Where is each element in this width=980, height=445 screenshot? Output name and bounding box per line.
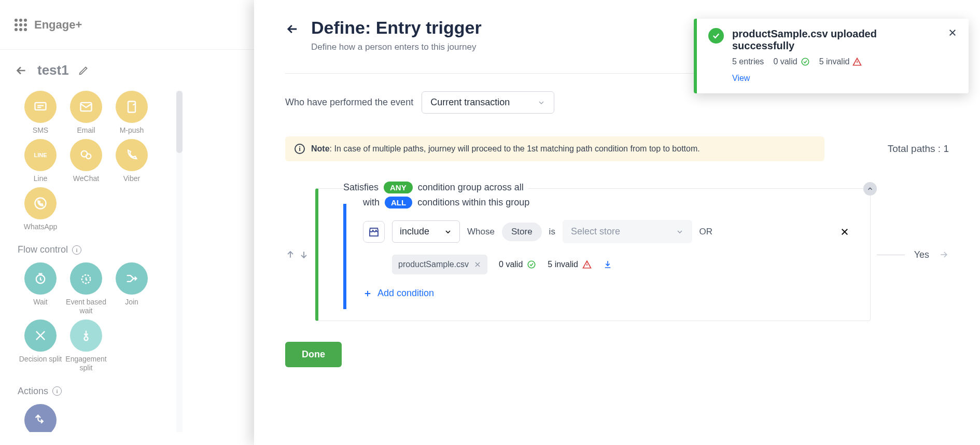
arrow-down-icon bbox=[299, 249, 309, 260]
file-name: productSample.csv bbox=[398, 260, 469, 269]
store-tag[interactable]: Store bbox=[502, 223, 542, 241]
condition-group: Satisfies ANY condition group across all… bbox=[315, 188, 871, 321]
event-selected-value: Current transaction bbox=[430, 97, 510, 108]
journey-header: test1 bbox=[0, 50, 254, 91]
condition-row: include Whose Store is Select store OR bbox=[363, 220, 849, 243]
info-icon: i bbox=[295, 144, 305, 154]
file-chip: productSample.csv bbox=[392, 255, 487, 274]
warning-triangle-icon bbox=[852, 57, 862, 66]
tool-mpush[interactable]: M-push bbox=[109, 91, 155, 135]
action-icon bbox=[24, 404, 57, 432]
tool-action[interactable] bbox=[18, 404, 63, 432]
download-icon[interactable] bbox=[603, 260, 612, 269]
collapse-button[interactable] bbox=[863, 182, 877, 196]
note-body: : In case of multiple paths, journey wil… bbox=[330, 144, 700, 153]
tool-viber[interactable]: Viber bbox=[109, 139, 155, 183]
engagement-icon bbox=[70, 319, 102, 352]
yes-label: Yes bbox=[914, 249, 929, 260]
store-placeholder: Select store bbox=[571, 226, 620, 237]
add-condition-label: Add condition bbox=[377, 288, 434, 299]
include-select[interactable]: include bbox=[392, 220, 460, 243]
panel-back-icon[interactable] bbox=[285, 22, 300, 36]
satisfies-text: Satisfies bbox=[343, 182, 379, 193]
info-icon[interactable]: i bbox=[52, 386, 62, 396]
add-condition-button[interactable]: Add condition bbox=[363, 288, 849, 299]
clock-icon bbox=[24, 262, 57, 295]
panel-subtitle: Define how a person enters to this journ… bbox=[311, 42, 482, 52]
chevron-down-icon bbox=[537, 99, 545, 107]
with-text-b: conditions within this group bbox=[417, 197, 529, 208]
line-icon: LINE bbox=[24, 139, 57, 171]
topbar: Engage+ bbox=[0, 0, 254, 50]
any-pill[interactable]: ANY bbox=[384, 182, 413, 193]
flow-control-section: Flow control i bbox=[18, 244, 165, 255]
done-button[interactable]: Done bbox=[285, 342, 342, 367]
toast-valid: 0 valid bbox=[773, 57, 797, 66]
remove-condition-icon[interactable] bbox=[840, 227, 849, 237]
toast-invalid: 5 invalid bbox=[819, 57, 850, 66]
chevron-up-icon bbox=[866, 185, 874, 192]
brand-name: Engage+ bbox=[34, 18, 82, 32]
toast-view-link[interactable]: View bbox=[732, 74, 750, 83]
viber-icon bbox=[116, 139, 148, 171]
info-icon[interactable]: i bbox=[72, 245, 81, 255]
arrow-up-icon bbox=[285, 249, 296, 260]
tool-wechat[interactable]: WeChat bbox=[63, 139, 109, 183]
inner-condition-group: with ALL conditions within this group in… bbox=[343, 204, 859, 309]
split-icon bbox=[24, 319, 57, 352]
tool-line[interactable]: LINE Line bbox=[18, 139, 63, 183]
store-icon bbox=[363, 221, 385, 243]
tool-decision-split[interactable]: Decision split bbox=[18, 319, 63, 372]
file-row: productSample.csv 0 valid 5 invalid bbox=[392, 255, 849, 274]
yes-branch: Yes bbox=[877, 249, 949, 260]
svg-rect-2 bbox=[128, 102, 135, 113]
or-text: OR bbox=[699, 227, 713, 237]
edit-pencil-icon[interactable] bbox=[78, 65, 89, 76]
invalid-count: 5 invalid bbox=[548, 260, 592, 269]
background-app: Engage+ test1 SMS Email M-push bbox=[0, 0, 254, 445]
is-text: is bbox=[549, 227, 555, 237]
note-prefix: Note bbox=[311, 144, 330, 153]
success-check-icon bbox=[708, 28, 724, 44]
apps-grid-icon[interactable] bbox=[15, 19, 27, 31]
connector-line bbox=[877, 255, 905, 255]
all-pill[interactable]: ALL bbox=[385, 197, 412, 208]
toast-close-icon[interactable] bbox=[948, 28, 957, 37]
satisfies-text-b: condition group across all bbox=[418, 182, 524, 193]
sms-icon bbox=[24, 91, 57, 123]
reorder-arrows[interactable] bbox=[285, 249, 309, 260]
valid-count: 0 valid bbox=[499, 260, 536, 269]
event-select[interactable]: Current transaction bbox=[422, 91, 554, 114]
check-circle-icon bbox=[527, 260, 536, 269]
check-circle-icon bbox=[801, 57, 810, 66]
tool-sms[interactable]: SMS bbox=[18, 91, 63, 135]
svg-point-9 bbox=[528, 261, 536, 268]
tool-join[interactable]: Join bbox=[109, 262, 155, 315]
email-icon bbox=[70, 91, 102, 123]
join-icon bbox=[116, 262, 148, 295]
warning-triangle-icon bbox=[582, 260, 592, 269]
remove-file-icon[interactable] bbox=[474, 261, 481, 268]
panel-title: Define: Entry trigger bbox=[311, 18, 482, 38]
mpush-icon bbox=[116, 91, 148, 123]
back-arrow-icon[interactable] bbox=[15, 64, 28, 77]
chevron-down-icon bbox=[444, 228, 452, 236]
store-select[interactable]: Select store bbox=[563, 220, 692, 243]
tool-wait[interactable]: Wait bbox=[18, 262, 63, 315]
svg-point-8 bbox=[85, 337, 88, 340]
tool-whatsapp[interactable]: WhatsApp bbox=[18, 187, 63, 231]
tools-panel: SMS Email M-push LINE Line WeChat Viber bbox=[0, 91, 183, 432]
wechat-icon bbox=[70, 139, 102, 171]
tool-event-wait[interactable]: Event based wait bbox=[63, 262, 109, 315]
actions-section: Actions i bbox=[18, 386, 165, 397]
include-value: include bbox=[400, 226, 429, 237]
toast-entries: 5 entries bbox=[732, 57, 764, 66]
svg-point-10 bbox=[802, 58, 809, 65]
arrow-right-icon bbox=[939, 249, 949, 260]
chevron-down-icon bbox=[676, 228, 684, 236]
event-label: Who have performed the event bbox=[285, 97, 413, 108]
tool-email[interactable]: Email bbox=[63, 91, 109, 135]
tool-engagement-split[interactable]: Engagement split bbox=[63, 319, 109, 372]
scrollbar-thumb[interactable] bbox=[176, 91, 183, 153]
upload-toast: productSample.csv uploaded successfully … bbox=[694, 19, 969, 93]
